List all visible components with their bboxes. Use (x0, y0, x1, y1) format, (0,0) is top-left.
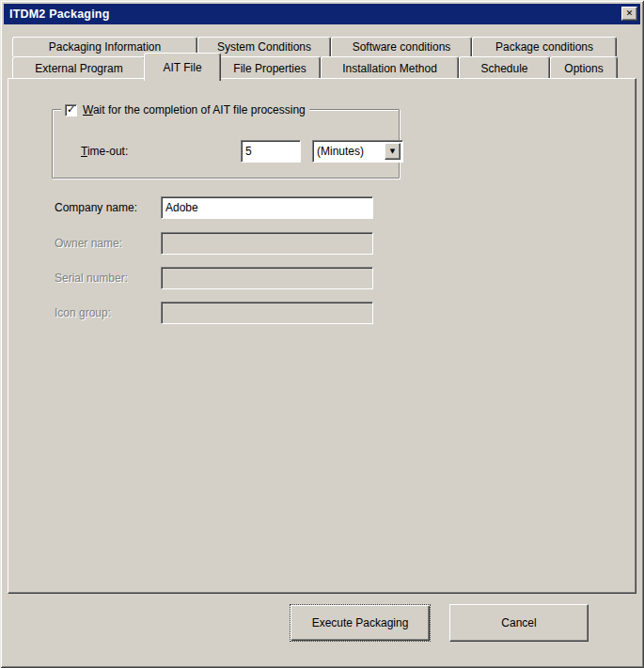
chevron-down-icon: ▼ (390, 148, 395, 155)
tab-ait-file[interactable]: AIT File (144, 53, 221, 81)
tab-row-1: Packaging Information System Conditions … (12, 37, 636, 56)
owner-name-label: Owner name: (55, 237, 122, 250)
owner-name-input (161, 232, 373, 255)
dialog-window: ITDM2 Packaging ✕ Packaging Information … (0, 0, 644, 668)
combobox-dropdown-button[interactable]: ▼ (385, 143, 401, 160)
company-name-row: Company name: (55, 196, 393, 219)
company-name-input[interactable] (161, 196, 373, 219)
tab-label: Packaging Information (49, 40, 161, 54)
timeout-unit-combobox[interactable]: (Minutes) ▼ (312, 140, 403, 163)
serial-number-input (161, 267, 373, 289)
close-button[interactable]: ✕ (621, 7, 637, 21)
tab-options[interactable]: Options (550, 56, 618, 79)
tab-label: System Conditions (217, 40, 311, 54)
icon-group-row: Icon group: (55, 302, 393, 324)
wait-checkbox-label: Wait for the completion of AIT file proc… (83, 103, 306, 117)
close-icon: ✕ (626, 9, 634, 18)
title-bar[interactable]: ITDM2 Packaging ✕ (4, 4, 640, 24)
tab-software-conditions[interactable]: Software conditions (331, 37, 472, 56)
serial-number-row: Serial number: (55, 267, 393, 289)
tab-label: Options (564, 62, 603, 75)
tab-control: Packaging Information System Conditions … (8, 31, 636, 594)
tab-label: Schedule (480, 62, 527, 75)
tab-label: Installation Method (342, 62, 437, 75)
timeout-label: Time-out: (81, 145, 128, 158)
tab-file-properties[interactable]: File Properties (219, 56, 321, 79)
icon-group-input (161, 302, 373, 324)
checkmark-icon: ✓ (67, 104, 75, 115)
tab-external-program[interactable]: External Program (12, 56, 146, 79)
tab-row-2: External Program AIT File File Propertie… (12, 56, 636, 79)
wait-checkbox[interactable]: ✓ (65, 104, 77, 117)
tab-label: Software conditions (353, 40, 451, 54)
tab-label: Package conditions (495, 40, 593, 54)
cancel-button[interactable]: Cancel (449, 604, 589, 642)
serial-number-label: Serial number: (55, 272, 128, 285)
ait-file-tab-page: ✓ Wait for the completion of AIT file pr… (8, 78, 636, 594)
company-name-label: Company name: (55, 201, 137, 214)
timeout-input[interactable] (241, 140, 301, 163)
timeout-unit-value: (Minutes) (313, 145, 385, 158)
owner-name-row: Owner name: (55, 232, 393, 255)
execute-packaging-button[interactable]: Execute Packaging (290, 604, 431, 642)
tab-label: AIT File (163, 61, 201, 74)
timeout-row: Time-out: (Minutes) ▼ (81, 140, 389, 163)
icon-group-label: Icon group: (55, 306, 111, 319)
window-title: ITDM2 Packaging (4, 8, 110, 21)
tab-package-conditions[interactable]: Package conditions (472, 37, 617, 56)
tab-schedule[interactable]: Schedule (459, 56, 550, 79)
wait-group-box: ✓ Wait for the completion of AIT file pr… (52, 109, 400, 179)
wait-group-legend: ✓ Wait for the completion of AIT file pr… (61, 103, 309, 117)
tab-installation-method[interactable]: Installation Method (321, 56, 459, 79)
tab-label: External Program (35, 62, 122, 75)
tab-label: File Properties (233, 62, 306, 75)
